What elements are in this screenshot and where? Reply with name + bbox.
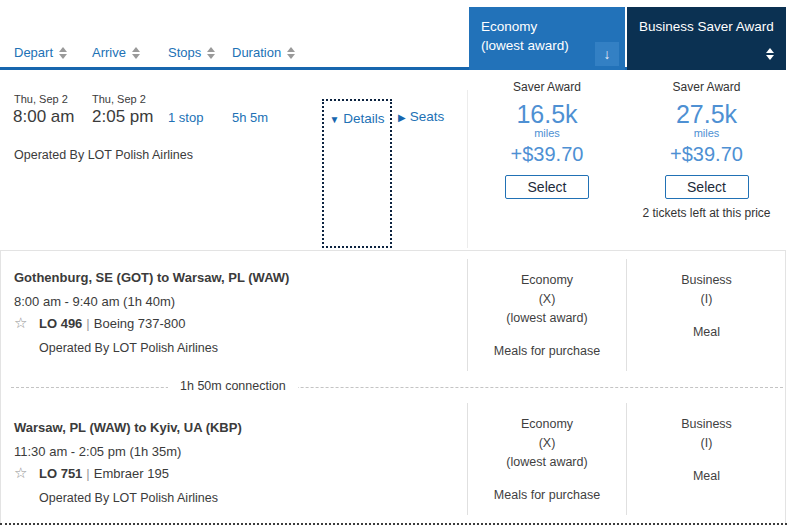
segment-route: Gothenburg, SE (GOT) to Warsaw, PL (WAW): [14, 270, 289, 285]
cabin-name: Business: [627, 271, 786, 290]
sort-depart[interactable]: Depart: [14, 45, 67, 60]
booking-class: (I): [627, 290, 786, 309]
sort-depart-label: Depart: [14, 45, 53, 60]
depart-date: Thu, Sep 2: [14, 93, 68, 105]
sort-icon[interactable]: [766, 48, 774, 60]
pipe-divider: |: [82, 316, 93, 331]
fare-header-economy-line2: (lowest award): [481, 36, 613, 55]
segment-flight: LO 751|Embraer 195: [39, 466, 169, 481]
connection-dashed-line: [11, 387, 783, 388]
flight-number: LO 496: [39, 316, 82, 331]
sort-icon: [132, 47, 140, 59]
depart-time: 8:00 am: [13, 107, 74, 127]
details-toggle[interactable]: ▼Details: [322, 99, 392, 248]
fare-header-economy[interactable]: Economy (lowest award) ↓: [469, 7, 625, 70]
connection-row: 1h 50m connection: [1, 378, 785, 398]
booking-class: (X): [468, 290, 626, 309]
arrow-down-icon[interactable]: ↓: [595, 42, 619, 66]
caret-right-icon: ▶: [398, 112, 406, 123]
segment-times: 11:30 am - 2:05 pm (1h 35m): [14, 444, 181, 459]
fare-cell-business: Saver Award 27.5k miles +$39.70 Select 2…: [627, 70, 786, 248]
taxes-fees: +$39.70: [469, 142, 625, 166]
cabin-name: Business: [627, 415, 786, 434]
arrive-time: 2:05 pm: [92, 107, 153, 127]
miles-label: miles: [627, 127, 786, 139]
cabin-detail-economy: Economy (X) (lowest award) Meals for pur…: [467, 259, 627, 371]
fare-header-business[interactable]: Business Saver Award: [627, 7, 786, 70]
cabin-name: Economy: [468, 271, 626, 290]
sort-stops-label: Stops: [168, 45, 201, 60]
aircraft-type: Boeing 737-800: [94, 316, 186, 331]
pipe-divider: |: [82, 466, 93, 481]
results-bottom-divider: [0, 523, 787, 525]
fare-header-business-label: Business Saver Award: [639, 17, 774, 36]
sort-arrive[interactable]: Arrive: [92, 45, 140, 60]
aircraft-type: Embraer 195: [94, 466, 169, 481]
fare-cell-economy: Saver Award 16.5k miles +$39.70 Select: [469, 70, 625, 248]
star-alliance-icon: ☆: [14, 464, 27, 482]
availability-note: 2 tickets left at this price: [627, 206, 786, 220]
seats-label: Seats: [410, 109, 445, 124]
operated-by-text: Operated By LOT Polish Airlines: [14, 148, 193, 162]
details-label: Details: [343, 111, 384, 126]
segment-operated-by: Operated By LOT Polish Airlines: [39, 341, 218, 355]
meal-info: Meal: [627, 467, 786, 486]
award-search-results: Depart Arrive Stops Duration Economy (lo…: [0, 0, 787, 532]
meal-info: Meal: [627, 323, 786, 342]
booking-class: (X): [468, 434, 626, 453]
sort-arrive-label: Arrive: [92, 45, 126, 60]
segment-operated-by: Operated By LOT Polish Airlines: [39, 491, 218, 505]
meal-info: Meals for purchase: [468, 342, 626, 361]
seats-link[interactable]: ▶Seats: [398, 109, 444, 124]
miles-value: 16.5k: [469, 101, 625, 127]
segment-flight: LO 496|Boeing 737-800: [39, 316, 186, 331]
connection-duration: 1h 50m connection: [168, 379, 298, 393]
cabin-detail-business: Business (I) Meal: [627, 403, 786, 515]
cabin-detail-business: Business (I) Meal: [627, 259, 786, 371]
sort-icon: [287, 47, 295, 59]
caret-down-icon: ▼: [329, 114, 339, 125]
cabin-detail-economy: Economy (X) (lowest award) Meals for pur…: [467, 403, 627, 515]
miles-label: miles: [469, 127, 625, 139]
award-type: Saver Award: [627, 80, 786, 94]
flight-number: LO 751: [39, 466, 82, 481]
sort-stops[interactable]: Stops: [168, 45, 215, 60]
sort-duration-label: Duration: [232, 45, 281, 60]
taxes-fees: +$39.70: [627, 142, 786, 166]
sort-icon: [59, 47, 67, 59]
cabin-note: (lowest award): [468, 453, 626, 472]
sort-duration[interactable]: Duration: [232, 45, 295, 60]
segment-times: 8:00 am - 9:40 am (1h 40m): [14, 294, 175, 309]
meal-info: Meals for purchase: [468, 486, 626, 505]
duration-value: 5h 5m: [232, 110, 268, 125]
segment-route: Warsaw, PL (WAW) to Kyiv, UA (KBP): [14, 420, 242, 435]
cabin-name: Economy: [468, 415, 626, 434]
award-type: Saver Award: [469, 80, 625, 94]
select-economy-button[interactable]: Select: [505, 175, 589, 199]
cabin-note: (lowest award): [468, 309, 626, 328]
booking-class: (I): [627, 434, 786, 453]
sort-icon: [207, 47, 215, 59]
select-business-button[interactable]: Select: [665, 175, 749, 199]
column-separator: [467, 90, 468, 248]
star-alliance-icon: ☆: [14, 314, 27, 332]
fare-header-economy-line1: Economy: [481, 17, 613, 36]
itinerary-details-panel: Gothenburg, SE (GOT) to Warsaw, PL (WAW)…: [0, 250, 786, 524]
details-link[interactable]: ▼Details: [324, 111, 390, 126]
stops-link[interactable]: 1 stop: [168, 110, 203, 125]
arrive-date: Thu, Sep 2: [92, 93, 146, 105]
miles-value: 27.5k: [627, 101, 786, 127]
